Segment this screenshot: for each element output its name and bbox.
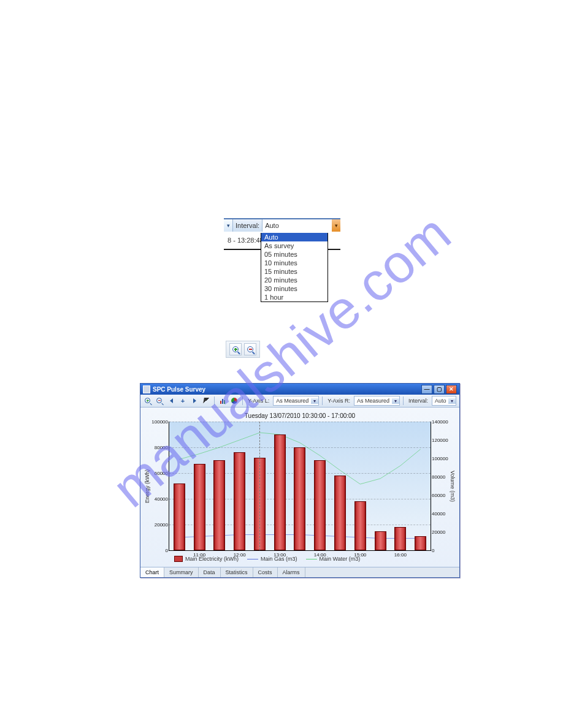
toolbar-interval-dropdown[interactable]: Auto▾ [432, 396, 457, 406]
yaxis-left-title: Energy (kWh) [143, 422, 151, 551]
zoom-out-button[interactable] [244, 343, 256, 355]
y-right-tick: 120000 [432, 438, 450, 443]
y-left-tick: 20000 [150, 522, 168, 528]
chart-subtitle: Tuesday 13/07/2010 10:30:00 - 17:00:00 [140, 408, 459, 422]
legend-swatch-icon [174, 556, 183, 562]
minimize-button[interactable]: — [421, 385, 432, 394]
chevron-down-icon[interactable]: ▾ [224, 219, 233, 232]
zoom-out-icon[interactable] [155, 396, 164, 406]
maximize-button[interactable]: ▢ [434, 385, 445, 394]
bar[interactable] [375, 531, 386, 551]
bar[interactable] [294, 447, 305, 550]
chart-tabs: Chart Summary Data Statistics Costs Alar… [140, 567, 459, 577]
y-left-tick: 40000 [150, 496, 168, 502]
close-button[interactable]: ✕ [446, 385, 457, 394]
window-title: SPC Pulse Survey [153, 386, 205, 393]
bar[interactable] [213, 460, 225, 550]
add-icon[interactable]: + [178, 396, 188, 406]
interval-dropdown-figure: ▾ Interval: Auto ▾ 8 - 13:28:48 Auto As … [224, 218, 340, 302]
chart-cursor[interactable] [259, 422, 260, 550]
interval-option[interactable]: As survey [261, 241, 327, 250]
y-left-tick: 80000 [150, 445, 168, 450]
y-right-tick: 60000 [432, 493, 450, 498]
toolbar-interval-label: Interval: [407, 398, 430, 404]
y-left-tick: 0 [150, 548, 168, 553]
chart-legend: Main Electricity (kWh) Main Gas (m3) Mai… [140, 551, 459, 567]
tab-statistics[interactable]: Statistics [221, 567, 253, 577]
chart-window: SPC Pulse Survey — ▢ ✕ + Y-Axis L: As Me… [140, 383, 460, 578]
legend-electricity: Main Electricity (kWh) [174, 556, 239, 562]
x-tick: 12:00 [234, 550, 246, 558]
yaxis-r-label: Y-Axis R: [326, 398, 352, 404]
y-right-tick: 20000 [432, 529, 450, 535]
legend-line-icon [306, 559, 317, 559]
tab-costs[interactable]: Costs [253, 567, 278, 577]
prev-icon[interactable] [166, 396, 176, 406]
document-icon [143, 385, 150, 393]
interval-options-list[interactable]: Auto As survey 05 minutes 10 minutes 15 … [261, 233, 328, 302]
zoom-in-button[interactable] [229, 343, 242, 355]
bar-chart-icon[interactable] [218, 396, 228, 406]
y-right-tick: 80000 [432, 474, 450, 480]
y-left-tick: 100000 [150, 419, 168, 425]
interval-option[interactable]: 1 hour [261, 293, 327, 301]
legend-line-icon [247, 559, 258, 559]
bar[interactable] [174, 483, 185, 550]
x-tick: 16:00 [394, 550, 407, 558]
chart-toolbar: + Y-Axis L: As Measured▾ Y-Axis R: As Me… [140, 395, 459, 408]
tab-chart[interactable]: Chart [140, 567, 164, 577]
y-left-tick: 60000 [150, 471, 168, 476]
tab-alarms[interactable]: Alarms [278, 567, 305, 577]
bar[interactable] [415, 536, 426, 550]
interval-label: Interval: [233, 219, 262, 232]
pointer-icon[interactable] [201, 396, 211, 406]
y-right-tick: 100000 [432, 456, 450, 461]
bar[interactable] [274, 434, 286, 550]
pie-chart-icon[interactable] [229, 396, 239, 406]
interval-option[interactable]: Auto [261, 233, 327, 241]
bar[interactable] [234, 452, 245, 550]
yaxis-r-dropdown[interactable]: As Measured▾ [354, 396, 400, 406]
y-right-tick: 0 [432, 548, 450, 553]
window-titlebar[interactable]: SPC Pulse Survey — ▢ ✕ [140, 384, 459, 395]
x-tick: 15:00 [354, 550, 366, 558]
tab-summary[interactable]: Summary [164, 567, 199, 577]
bar[interactable] [334, 476, 346, 550]
x-tick: 14:00 [314, 550, 326, 558]
bar[interactable] [314, 460, 326, 550]
next-icon[interactable] [190, 396, 199, 406]
interval-option[interactable]: 05 minutes [261, 250, 327, 259]
chart-plot-area[interactable]: 0200004000060000800001000000200004000060… [169, 422, 431, 551]
x-tick: 13:00 [274, 550, 286, 558]
bar[interactable] [354, 501, 366, 550]
bar[interactable] [194, 464, 205, 550]
zoom-in-icon[interactable] [143, 396, 153, 406]
dropdown-arrow-icon[interactable]: ▾ [332, 219, 340, 232]
y-right-tick: 140000 [432, 419, 450, 425]
legend-gas: Main Gas (m3) [247, 556, 297, 562]
tab-data[interactable]: Data [199, 567, 221, 577]
yaxis-l-dropdown[interactable]: As Measured▾ [273, 396, 319, 406]
interval-option[interactable]: 10 minutes [261, 259, 327, 267]
y-right-tick: 40000 [432, 511, 450, 517]
yaxis-l-label: Y-Axis L: [246, 398, 271, 404]
interval-selected[interactable]: Auto [262, 219, 332, 232]
x-tick: 11:00 [193, 550, 205, 558]
interval-option[interactable]: 30 minutes [261, 284, 327, 293]
zoom-buttons [226, 341, 260, 358]
interval-option[interactable]: 20 minutes [261, 276, 327, 284]
interval-option[interactable]: 15 minutes [261, 267, 327, 276]
bar[interactable] [394, 527, 406, 550]
